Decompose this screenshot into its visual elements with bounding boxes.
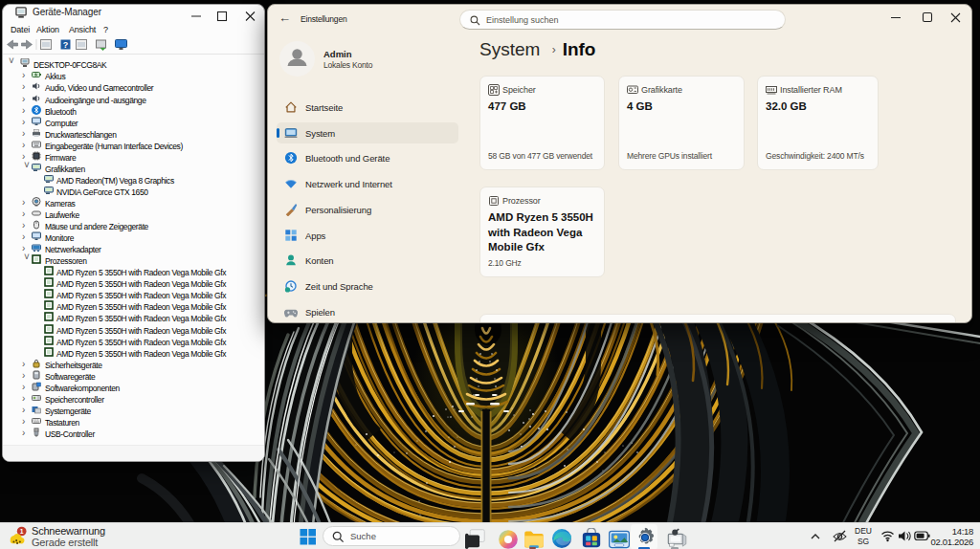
svg-text:1: 1 bbox=[20, 528, 24, 535]
